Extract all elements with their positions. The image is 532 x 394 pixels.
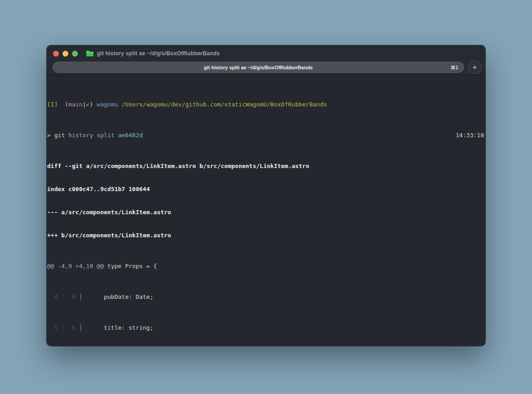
cwd-path: /Users/wagomu/dev/github.com/staticWagom… [118,101,327,108]
shell-status-line: [I] (main|✔) wagomu /Users/wagomu/dev/gi… [47,101,485,108]
diff-row: 4⋮4│ pubDate: Date; [47,293,485,301]
git-branch: main [68,101,82,108]
diff-row: 5⋮5│ title: string; [47,324,485,332]
folder-icon [86,51,94,57]
terminal-window: git history split ae ~/d/g/s/BoxOfRubber… [47,45,485,346]
tab-bar: git history split ae ~/d/g/s/BoxOfRubber… [47,62,485,75]
command-args: history split ae6482d [65,131,143,139]
window-title: git history split ae ~/d/g/s/BoxOfRubber… [97,50,220,57]
traffic-lights [53,51,78,57]
clean-check-icon: ✔ [86,101,90,108]
title-bar[interactable]: git history split ae ~/d/g/s/BoxOfRubber… [47,45,485,62]
diff-new-file-line: +++ b/src/components/LinkItem.astro [47,231,485,239]
prompt-caret: > [47,131,54,139]
tab-label: git history split ae ~/d/g/s/BoxOfRubber… [204,65,313,70]
diff-index-line: index c000c47..9cd51b7 100644 [47,185,485,193]
close-button[interactable] [53,51,59,57]
old-line-number: 5 [47,324,58,332]
user-name: wagomu [97,101,118,108]
hunk-context: type Props = { [104,263,157,269]
vi-mode-indicator: [I] [47,101,58,108]
zoom-button[interactable] [72,51,78,57]
tab-current[interactable]: git history split ae ~/d/g/s/BoxOfRubber… [53,62,464,73]
command-line: > git history split ae6482d14:33:18 [47,131,485,139]
old-line-number: 4 [47,293,58,301]
code-text: title: string; [82,324,153,331]
code-text: pubDate: Date; [82,293,153,300]
new-tab-button[interactable]: + [468,61,481,74]
minimize-button[interactable] [62,51,68,57]
line-number-separator: ⋮ [58,293,68,301]
timestamp: 14:33:18 [455,131,484,139]
hunk-header-line: @@ -4,9 +4,10 @@ type Props = { [47,262,485,270]
diff-header-line: diff --git a/src/components/LinkItem.ast… [47,162,485,170]
terminal-screen[interactable]: [I] (main|✔) wagomu /Users/wagomu/dev/gi… [47,75,485,346]
diff-code: │ pubDate: Date; [79,293,485,301]
tab-shortcut-badge: ⌘1 [451,64,458,70]
new-line-number: 5 [68,324,76,332]
line-number-separator: ⋮ [58,324,68,332]
command-name: git [54,131,65,139]
diff-old-file-line: --- a/src/components/LinkItem.astro [47,208,485,216]
hunk-range: @@ -4,9 +4,10 @@ [47,263,104,269]
new-line-number: 4 [68,293,76,301]
diff-code: │ title: string; [79,324,485,332]
